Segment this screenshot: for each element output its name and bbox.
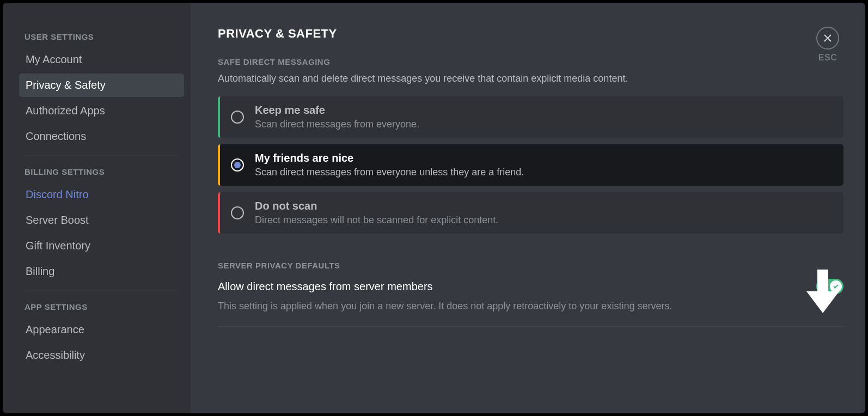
sidebar-header-app-settings: APP SETTINGS xyxy=(19,299,184,315)
close-icon xyxy=(816,27,839,50)
annotation-arrow-icon xyxy=(806,270,839,313)
content-divider xyxy=(218,326,843,327)
sidebar-item-accessibility[interactable]: Accessibility xyxy=(19,344,184,367)
radio-option-do-not-scan[interactable]: Do not scan Direct messages will not be … xyxy=(218,192,843,234)
radio-icon xyxy=(231,111,244,124)
settings-content: ESC PRIVACY & SAFETY SAFE DIRECT MESSAGI… xyxy=(191,3,865,413)
toggle-desc: This setting is applied when you join a … xyxy=(218,299,843,313)
sidebar-item-billing[interactable]: Billing xyxy=(19,260,184,283)
sidebar-item-gift-inventory[interactable]: Gift Inventory xyxy=(19,234,184,258)
safe-dm-radio-group: Keep me safe Scan direct messages from e… xyxy=(218,96,843,234)
radio-title: My friends are nice xyxy=(255,152,835,164)
radio-option-keep-me-safe[interactable]: Keep me safe Scan direct messages from e… xyxy=(218,96,843,138)
settings-window: USER SETTINGS My Account Privacy & Safet… xyxy=(0,0,868,416)
radio-desc: Direct messages will not be scanned for … xyxy=(255,215,835,226)
toggle-title: Allow direct messages from server member… xyxy=(218,280,433,293)
radio-title: Do not scan xyxy=(255,200,835,212)
sidebar-item-privacy-safety[interactable]: Privacy & Safety xyxy=(19,74,184,97)
radio-desc: Scan direct messages from everyone. xyxy=(255,119,835,130)
page-title: PRIVACY & SAFETY xyxy=(218,27,843,41)
sidebar-item-server-boost[interactable]: Server Boost xyxy=(19,209,184,232)
section-header-safe-dm: SAFE DIRECT MESSAGING xyxy=(218,57,843,66)
close-button[interactable]: ESC xyxy=(816,27,839,63)
sidebar-item-appearance[interactable]: Appearance xyxy=(19,318,184,341)
sidebar-item-connections[interactable]: Connections xyxy=(19,125,184,148)
radio-option-my-friends-are-nice[interactable]: My friends are nice Scan direct messages… xyxy=(218,144,843,186)
radio-icon xyxy=(231,206,244,219)
section-desc-safe-dm: Automatically scan and delete direct mes… xyxy=(218,72,843,85)
sidebar-item-my-account[interactable]: My Account xyxy=(19,48,184,71)
sidebar-item-discord-nitro[interactable]: Discord Nitro xyxy=(19,183,184,206)
sidebar-separator xyxy=(25,156,179,156)
sidebar-header-billing-settings: BILLING SETTINGS xyxy=(19,164,184,180)
radio-desc: Scan direct messages from everyone unles… xyxy=(255,167,835,178)
settings-sidebar: USER SETTINGS My Account Privacy & Safet… xyxy=(3,3,191,413)
toggle-row-allow-dm: Allow direct messages from server member… xyxy=(218,279,843,294)
sidebar-item-authorized-apps[interactable]: Authorized Apps xyxy=(19,99,184,123)
close-label: ESC xyxy=(818,53,837,63)
sidebar-separator xyxy=(25,291,179,291)
radio-icon xyxy=(231,158,244,172)
sidebar-header-user-settings: USER SETTINGS xyxy=(19,29,184,45)
radio-title: Keep me safe xyxy=(255,104,835,117)
section-header-server-privacy: SERVER PRIVACY DEFAULTS xyxy=(218,261,843,270)
